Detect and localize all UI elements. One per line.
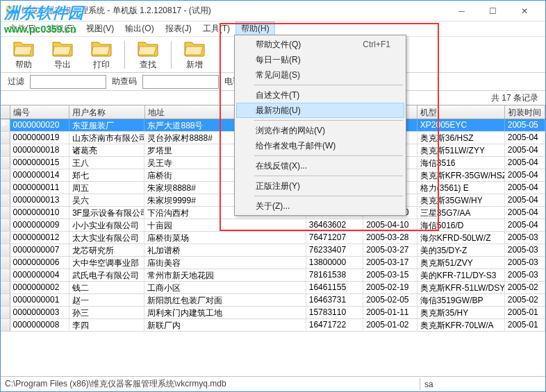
menu-2[interactable]: 视图(V) — [81, 22, 119, 36]
menu-3[interactable]: 输出(O) — [119, 22, 159, 36]
row-marker-header — [1, 105, 10, 119]
close-button[interactable]: ✕ — [508, 1, 540, 21]
status-user: sa — [420, 380, 545, 389]
col-name[interactable]: 用户名称 — [69, 105, 145, 119]
table-row[interactable]: 0000000008李四新联厂内164717222005-01-02奥克斯KFR… — [1, 319, 545, 332]
table-row[interactable]: 0000000004武氏电子有限公司常州市新天地花园781615382005-0… — [1, 269, 545, 282]
toolbar-查找[interactable]: 查找 — [129, 37, 167, 72]
help-item[interactable]: 常见问题(S) — [236, 67, 404, 83]
table-row[interactable]: 0000000009小小实业有限公司十亩园364636022005-04-10海… — [1, 219, 545, 232]
minimize-button[interactable]: ─ — [446, 1, 477, 21]
filter-input[interactable] — [30, 75, 106, 89]
lookup-input[interactable] — [142, 75, 219, 89]
table-row[interactable]: 0000000003孙三周利来门内建筑工地157831102005-01-11奥… — [1, 307, 545, 319]
toolbar-打印[interactable]: 打印 — [83, 37, 120, 72]
statusbar: C:\Program Files (x86)\维克仪器客服管理系统\vkcrmy… — [1, 376, 545, 391]
help-item[interactable]: 正版注册(Y) — [236, 178, 404, 194]
filter-label: 过滤 — [8, 76, 24, 87]
table-row[interactable]: 0000000012太大实业有限公司庙桥街菜场764712072005-03-2… — [1, 232, 545, 244]
maximize-button[interactable]: ☐ — [477, 1, 508, 21]
help-item[interactable]: 自述文件(T) — [236, 87, 404, 103]
col-id[interactable]: 编号 — [10, 105, 69, 119]
col-inst[interactable]: 初装时间 — [505, 105, 545, 119]
help-item[interactable]: 给作者发电子邮件(W) — [236, 138, 404, 153]
col-model[interactable]: 机型 — [417, 105, 505, 119]
titlebar: 维克仪器客服管理系统 - 单机版 1.2.120817 - (试用) ─ ☐ ✕ — [1, 1, 545, 22]
help-item[interactable]: 关于(Z)... — [236, 198, 404, 214]
window-title: 维克仪器客服管理系统 - 单机版 1.2.120817 - (试用) — [22, 5, 446, 17]
menu-4[interactable]: 报表(J) — [160, 22, 197, 36]
menu-0[interactable]: 文件(F) — [3, 22, 42, 36]
table-row[interactable]: 0000000007龙芯研究所礼加谱桥762334072005-03-27美的3… — [1, 244, 545, 257]
menu-5[interactable]: 工具(T) — [197, 22, 235, 36]
toolbar-帮助[interactable]: 帮助 — [5, 37, 42, 72]
help-item[interactable]: 每日一贴(R) — [236, 52, 404, 67]
table-row[interactable]: 0000000002钱二工商小区164611552005-02-19奥克斯KFR… — [1, 282, 545, 294]
table-row[interactable]: 0000000006大中华空调事业部庙街美容138000002005-03-17… — [1, 257, 545, 269]
menu-6[interactable]: 帮助(H) — [235, 22, 275, 36]
toolbar-新增[interactable]: 新增 — [176, 37, 213, 72]
lookup-label: 助查码 — [112, 76, 137, 87]
menu-1[interactable]: 编辑(E) — [42, 22, 81, 36]
app-icon — [6, 6, 17, 17]
help-item[interactable]: 帮助文件(Q)Ctrl+F1 — [236, 37, 404, 52]
table-row[interactable]: 0000000001赵一新阳凯红包装厂对面164637312005-02-05海… — [1, 294, 545, 307]
status-path: C:\Program Files (x86)\维克仪器客服管理系统\vkcrmy… — [1, 378, 420, 390]
help-item[interactable]: 浏览作者的网站(V) — [236, 123, 404, 138]
help-item[interactable]: 最新功能(U) — [236, 103, 404, 118]
toolbar-导出[interactable]: 导出 — [44, 37, 81, 72]
help-menu: 帮助文件(Q)Ctrl+F1每日一贴(R)常见问题(S)自述文件(T)最新功能(… — [234, 35, 406, 216]
help-item[interactable]: 在线反馈(X)... — [236, 158, 404, 173]
